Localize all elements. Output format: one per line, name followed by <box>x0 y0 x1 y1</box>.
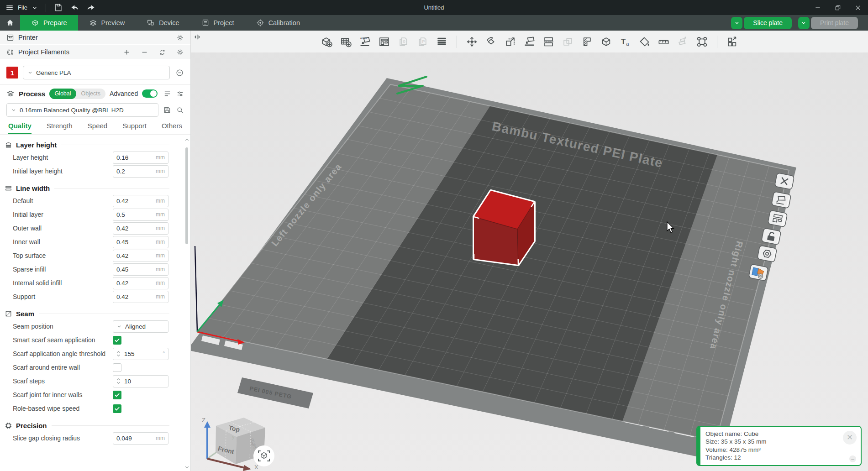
tab-calibration[interactable]: Calibration <box>245 15 311 31</box>
spinner-arrows-icon[interactable] <box>116 350 121 357</box>
paint-button[interactable] <box>636 33 653 50</box>
layers-view-button[interactable] <box>433 33 450 50</box>
text-button[interactable]: Ta <box>617 33 634 50</box>
fit-view-button[interactable] <box>253 445 274 466</box>
setting-checkbox[interactable] <box>113 391 121 399</box>
scale-button[interactable] <box>502 33 519 50</box>
collapse-sidebar-icon[interactable] <box>194 33 201 42</box>
setting-checkbox[interactable] <box>113 363 121 372</box>
file-menu[interactable]: File <box>18 4 27 11</box>
setting-spinner[interactable]: 155° <box>113 348 168 360</box>
plate-plate-id-button[interactable] <box>748 264 768 281</box>
setting-checkbox[interactable] <box>113 404 121 413</box>
plate-lock-button[interactable] <box>761 228 781 245</box>
split-objects-button[interactable] <box>724 33 741 50</box>
setting-input[interactable]: 0.45mm <box>113 263 168 276</box>
save-project-icon[interactable] <box>54 3 63 12</box>
printer-section-header[interactable]: Printer <box>0 31 190 44</box>
setting-spinner[interactable]: 10 <box>113 375 168 387</box>
setting-input[interactable]: 0.42mm <box>113 195 168 207</box>
filament-slot-badge[interactable]: 1 <box>6 67 18 78</box>
process-preset-select[interactable]: 0.16mm Balanced Quality @BBL H2D <box>6 103 158 117</box>
variable-layer-height-button[interactable] <box>579 33 595 50</box>
process-tab-strength[interactable]: Strength <box>47 122 73 134</box>
plate-auto-orient-button[interactable] <box>771 192 791 209</box>
scope-global[interactable]: Global <box>49 89 76 99</box>
setting-input[interactable]: 0.42mm <box>113 222 168 235</box>
scope-objects[interactable]: Objects <box>76 89 105 99</box>
printer-settings-gear-icon[interactable] <box>176 34 184 42</box>
tab-device[interactable]: Device <box>136 15 190 31</box>
tab-project[interactable]: Project <box>190 15 245 31</box>
sidebar-scrollbar[interactable] <box>184 137 190 470</box>
sync-filaments-icon[interactable] <box>158 48 166 56</box>
split-objects-icon <box>726 36 738 48</box>
home-button[interactable] <box>0 15 20 31</box>
setting-input[interactable]: 0.42mm <box>113 291 168 303</box>
model-cube[interactable] <box>474 191 534 265</box>
setting-input[interactable]: 0.42mm <box>113 250 168 262</box>
filament-select[interactable]: Generic PLA <box>23 66 170 79</box>
remove-filament-icon[interactable] <box>141 48 148 56</box>
3d-viewport[interactable]: AUTO0PTa <box>191 31 868 471</box>
process-tab-quality[interactable]: Quality <box>8 122 32 134</box>
process-tab-support[interactable]: Support <box>122 122 147 134</box>
build-plate-scene[interactable]: Bambu Textured PEI Plate Left nozzle onl… <box>191 31 868 471</box>
setting-input[interactable]: 0.16mm <box>113 152 168 164</box>
preset-row: 0.16mm Balanced Quality @BBL H2D <box>0 102 190 120</box>
measure-button[interactable] <box>655 33 672 50</box>
rotate-button[interactable] <box>483 33 500 50</box>
close-button[interactable] <box>848 0 868 15</box>
setting-input[interactable]: 0.049mm <box>113 432 168 445</box>
scrollbar-thumb[interactable] <box>185 147 188 244</box>
collapse-filament-icon[interactable] <box>175 68 184 77</box>
info-close-icon[interactable]: ✕ <box>843 431 857 445</box>
move-button[interactable] <box>463 33 480 50</box>
tab-preview[interactable]: Preview <box>78 15 136 31</box>
plate-arrange-button[interactable] <box>768 210 787 227</box>
redo-icon[interactable] <box>86 3 95 12</box>
compare-presets-icon[interactable] <box>176 90 184 98</box>
svg-text:P: P <box>422 39 425 44</box>
setting-input[interactable]: 0.45mm <box>113 236 168 248</box>
filaments-section-header[interactable]: Project Filaments <box>0 45 190 59</box>
plate-delete-button[interactable] <box>774 173 794 190</box>
scroll-up-icon[interactable] <box>184 137 190 143</box>
add-object-button[interactable] <box>318 33 335 50</box>
setting-select[interactable]: Aligned <box>113 320 168 333</box>
setting-input[interactable]: 0.42mm <box>113 277 168 289</box>
filament-settings-gear-icon[interactable] <box>176 48 184 56</box>
slice-plate-button[interactable]: Slice plate <box>744 17 792 29</box>
undo-icon[interactable] <box>70 3 79 12</box>
process-tab-others[interactable]: Others <box>162 122 182 134</box>
advanced-toggle[interactable] <box>142 89 158 98</box>
spinner-arrows-icon[interactable] <box>116 377 121 385</box>
add-plate-button[interactable] <box>337 33 354 50</box>
seam-frame-button[interactable] <box>694 33 710 50</box>
save-preset-icon[interactable] <box>163 106 171 114</box>
slice-options-chevron[interactable] <box>731 17 742 29</box>
arrange-button[interactable] <box>376 33 393 50</box>
print-plate-button[interactable]: Print plate <box>811 17 858 29</box>
navigation-cube[interactable]: Top Front Right Z X y <box>202 417 265 471</box>
auto-orient-button[interactable]: AUTO <box>357 33 374 50</box>
maximize-button[interactable] <box>828 0 848 15</box>
mesh-boolean-button[interactable] <box>598 33 615 50</box>
cut-button[interactable] <box>540 33 557 50</box>
chevron-down-icon[interactable] <box>32 5 38 11</box>
plate-settings-button[interactable] <box>757 246 777 262</box>
info-minimize-icon[interactable]: – <box>849 455 856 462</box>
setting-input[interactable]: 0.5mm <box>113 209 168 221</box>
tab-prepare[interactable]: Prepare <box>20 15 78 31</box>
minimize-button[interactable] <box>808 0 828 15</box>
setting-checkbox[interactable] <box>113 336 121 345</box>
setting-input[interactable]: 0.2mm <box>113 165 168 178</box>
scroll-down-icon[interactable] <box>184 465 190 470</box>
lay-on-face-button[interactable] <box>521 33 538 50</box>
print-options-chevron[interactable] <box>798 17 810 29</box>
view-all-settings-icon[interactable] <box>163 90 171 98</box>
search-settings-icon[interactable] <box>176 106 184 114</box>
add-filament-icon[interactable] <box>123 48 131 56</box>
hamburger-menu-icon[interactable] <box>5 4 14 12</box>
process-tab-speed[interactable]: Speed <box>88 122 107 134</box>
